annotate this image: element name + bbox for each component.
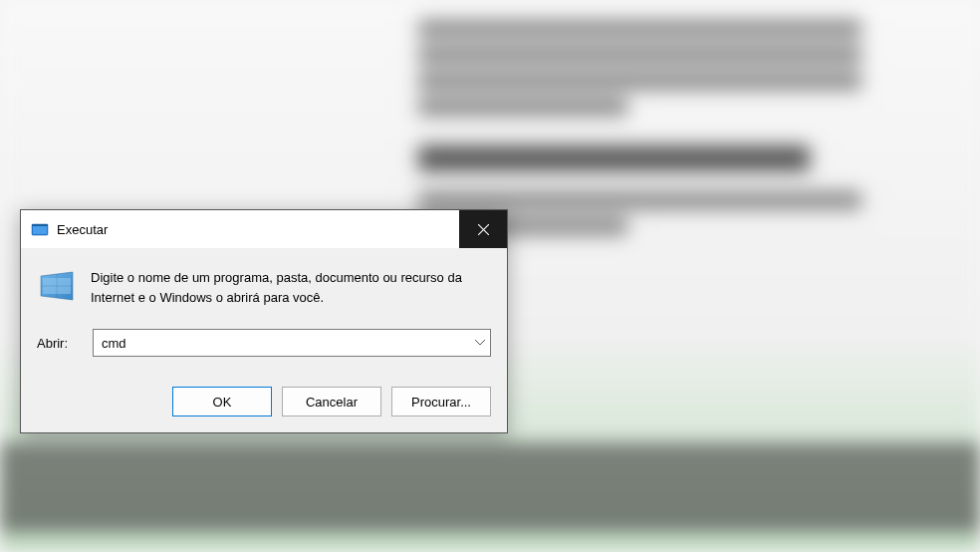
ok-button[interactable]: OK xyxy=(172,387,272,416)
dialog-description: Digite o nome de um programa, pasta, doc… xyxy=(91,266,491,307)
dialog-titlebar: Executar xyxy=(21,210,507,248)
close-button[interactable] xyxy=(459,210,507,248)
svg-rect-1 xyxy=(33,225,47,234)
svg-rect-2 xyxy=(32,224,48,226)
dialog-title: Executar xyxy=(57,222,459,237)
run-dialog-icon xyxy=(31,220,49,238)
dialog-body: Digite o nome de um programa, pasta, doc… xyxy=(21,248,507,432)
description-row: Digite o nome de um programa, pasta, doc… xyxy=(37,266,491,307)
run-program-icon xyxy=(37,266,77,306)
background-dark-band xyxy=(0,442,980,532)
button-row: OK Cancelar Procurar... xyxy=(37,387,491,416)
cancel-button[interactable]: Cancelar xyxy=(282,387,381,416)
open-combobox[interactable] xyxy=(93,329,491,357)
combobox-dropdown-button[interactable] xyxy=(470,330,490,356)
chevron-down-icon xyxy=(475,340,485,346)
open-label: Abrir: xyxy=(37,336,93,351)
open-input[interactable] xyxy=(94,332,470,355)
input-row: Abrir: xyxy=(37,329,491,357)
close-icon xyxy=(478,224,489,235)
run-dialog: Executar xyxy=(20,209,508,433)
browse-button[interactable]: Procurar... xyxy=(391,387,491,416)
